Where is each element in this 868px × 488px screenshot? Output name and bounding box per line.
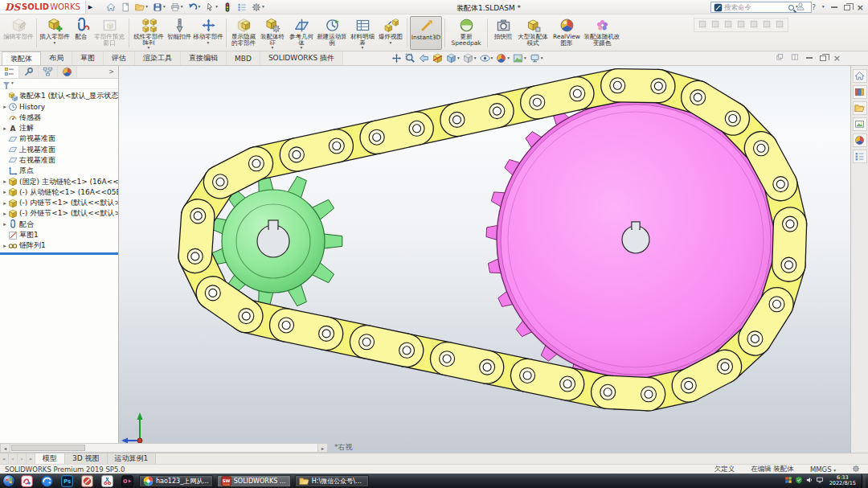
close-button[interactable]: × <box>857 3 864 12</box>
status-gear-icon[interactable] <box>852 465 860 474</box>
tree-item[interactable]: ▸(-) 从动链轮<1> (16A<<05B>_显 <box>0 187 118 198</box>
view-settings-button[interactable]: ▾ <box>529 52 544 64</box>
addin-button[interactable] <box>762 19 772 31</box>
restore-button[interactable] <box>844 5 850 10</box>
tab-评估[interactable]: 评估 <box>104 51 135 65</box>
tab-装配体[interactable]: 装配体 <box>2 51 41 65</box>
model-tab-模型[interactable]: 模型 <box>35 453 65 464</box>
model-scene[interactable] <box>119 66 850 453</box>
search-input[interactable] <box>724 3 787 11</box>
tree-expand-arrow[interactable]: ▸ <box>2 211 8 217</box>
tree-item[interactable]: 上视基准面 <box>0 144 118 154</box>
ribbon-button-exploded-view[interactable]: 爆炸视图▾ <box>377 16 404 50</box>
model-tab-nav[interactable]: ‹ <box>9 453 18 464</box>
tray-tray-volume[interactable] <box>805 476 813 486</box>
tree-expand-arrow[interactable]: ▸ <box>2 104 8 110</box>
tray-tray-grid[interactable] <box>784 476 792 486</box>
menu-expand-arrow-icon[interactable]: ▶ <box>88 4 92 10</box>
taskbar-qq-browser-button[interactable] <box>40 475 54 487</box>
ribbon-button-snapshot[interactable]: 拍快照 <box>490 16 516 50</box>
model-tab-nav[interactable]: « <box>0 453 9 464</box>
ribbon-button-reference-geometry[interactable]: 参考几何体▾ <box>287 16 316 50</box>
panel-expand-arrow[interactable]: > <box>104 66 118 78</box>
filter-caret-icon[interactable]: ▾ <box>11 81 14 86</box>
taskbar-clock[interactable]: 6:33 2022/8/15 <box>827 475 858 487</box>
model-tab-nav[interactable]: › <box>18 453 27 464</box>
display-style-button[interactable]: ▾ <box>462 52 477 64</box>
taskpane-view-palette-button[interactable] <box>853 117 867 131</box>
scrollbar-thumb[interactable] <box>11 445 85 451</box>
tree-item[interactable]: 传感器 <box>0 113 118 123</box>
user-icon[interactable] <box>796 2 805 13</box>
tray-tray-shield[interactable] <box>795 476 803 486</box>
addin-button[interactable] <box>749 19 759 31</box>
ribbon-button-insert-component[interactable]: 插入零部件▾ <box>39 16 70 50</box>
search-icon[interactable] <box>788 5 794 10</box>
tree-expand-arrow[interactable]: ▸ <box>2 178 8 185</box>
tab-布局[interactable]: 布局 <box>41 51 72 65</box>
tree-item[interactable]: 草图1 <box>0 230 118 240</box>
taskbar-window-hao123[interactable]: hao123_上网从... <box>139 475 213 487</box>
model-tab-3D 视图[interactable]: 3D 视图 <box>65 453 108 464</box>
home-button[interactable] <box>105 2 117 13</box>
ribbon-button-move-component[interactable]: 移动零部件▾ <box>193 16 223 50</box>
model-tab-运动算例1[interactable]: 运动算例1 <box>108 453 157 464</box>
zoom-fit-button[interactable] <box>391 52 403 64</box>
tree-item[interactable]: 右视基准面 <box>0 155 118 166</box>
ribbon-button-linear-pattern[interactable]: 线性零部件阵列▾ <box>132 16 166 50</box>
taskbar-recorder-button[interactable] <box>80 475 94 487</box>
tab-渲染工具[interactable]: 渲染工具 <box>135 51 181 65</box>
tree-item[interactable]: ▸链阵列1 <box>0 240 118 251</box>
options-button[interactable]: ▾ <box>251 2 265 13</box>
view-orientation-button[interactable]: ▾ <box>445 52 461 64</box>
taskbar-window-folder[interactable]: H:\微信公众号\0... <box>295 475 369 487</box>
taskpane-file-explorer-button[interactable] <box>853 101 867 115</box>
addin-button[interactable] <box>736 19 746 31</box>
status-units[interactable]: MMGS ▾ <box>810 465 836 474</box>
section-view-button[interactable] <box>432 52 444 64</box>
print-button[interactable]: ▾ <box>170 2 184 13</box>
taskbar-photoshop-button[interactable]: Ps <box>60 475 74 487</box>
save-button[interactable]: ▾ <box>152 2 166 13</box>
addin-button[interactable] <box>775 19 784 31</box>
ribbon-button-large-assembly[interactable]: 大型装配体模式 <box>516 16 550 50</box>
addin-button[interactable] <box>723 19 733 31</box>
doc-close-button[interactable]: × <box>833 54 841 63</box>
tab-草图[interactable]: 草图 <box>72 51 104 65</box>
select-button[interactable]: ▾ <box>204 2 219 13</box>
ribbon-button-speedpak[interactable]: 更新 Speedpak <box>448 16 485 50</box>
taskpane-custom-properties-button[interactable] <box>853 150 867 163</box>
scroll-right-icon[interactable]: ▸ <box>317 444 327 452</box>
filter-funnel-icon[interactable] <box>3 82 10 86</box>
doc-restore-button[interactable] <box>820 55 826 61</box>
model-tab-nav[interactable]: » <box>27 453 35 464</box>
ribbon-button-motion-study[interactable]: 新建运动算例 <box>316 16 348 50</box>
fm-tree-tab[interactable] <box>0 66 19 78</box>
split-h-button[interactable] <box>791 53 799 63</box>
doc-minimize-button[interactable] <box>806 57 813 59</box>
taskbar-window-solidworks-app[interactable]: SW2019SOLIDWORKS P... <box>217 475 291 487</box>
tree-item[interactable]: ▸A注解 <box>0 123 118 133</box>
traffic-button[interactable] <box>222 2 233 13</box>
tree-expand-arrow[interactable]: ▸ <box>2 221 8 228</box>
tree-display-button[interactable] <box>236 2 248 13</box>
start-button[interactable] <box>2 474 15 487</box>
tree-item[interactable]: ▸(-) 内链节<1> (默认<<默认>_显示 <box>0 198 118 208</box>
ribbon-button-show-hidden[interactable]: 显示隐藏的零部件 <box>229 16 258 50</box>
ribbon-button-mate[interactable]: 配合 <box>70 16 92 50</box>
tree-item[interactable]: ▸(固定) 主动链轮<1> (16A<<05B>_ <box>0 176 118 187</box>
help-caret-icon[interactable]: ▾ <box>822 5 825 10</box>
tree-expand-arrow[interactable]: ▸ <box>2 200 8 207</box>
taskbar-baidu-app-button[interactable] <box>20 475 34 487</box>
scroll-left-icon[interactable]: ◂ <box>1 444 10 452</box>
tab-MBD[interactable]: MBD <box>227 51 260 65</box>
apply-scene-button[interactable]: ▾ <box>512 52 527 64</box>
minimize-button[interactable] <box>831 6 837 8</box>
ribbon-button-smart-fasteners[interactable]: 智能扣件 <box>166 16 193 50</box>
undo-button[interactable]: ▾ <box>187 2 202 13</box>
tree-item[interactable]: ▸配合 <box>0 219 118 230</box>
new-page-button[interactable] <box>120 2 131 13</box>
cascade-button[interactable] <box>776 53 784 63</box>
ribbon-button-assembly-features[interactable]: 装配体特征▾ <box>258 16 287 50</box>
tab-直接编辑[interactable]: 直接编辑 <box>181 51 227 65</box>
